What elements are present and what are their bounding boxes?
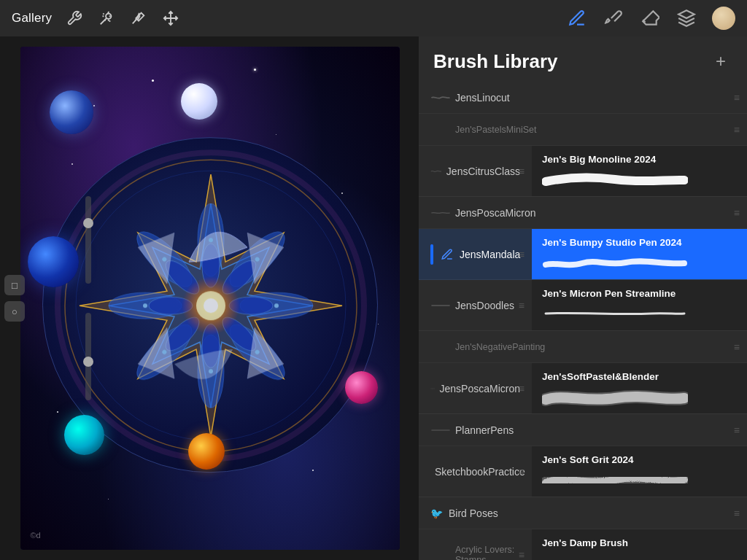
list-item: SketchbookPractice ≡ Jen's Soft Grit 202…: [419, 446, 747, 497]
drag-handle-icon: ≡: [734, 424, 740, 436]
brush-name-label: Jen'sSoftPastel&Blender: [542, 371, 737, 382]
drag-handle-icon: ≡: [734, 92, 740, 104]
drag-handle-icon: ≡: [734, 207, 740, 219]
drag-handle-icon: ≡: [519, 466, 525, 478]
brush-size-thumb: [83, 218, 93, 228]
drag-handle-icon: ≡: [519, 249, 525, 260]
toolbar-left: Gallery: [12, 9, 180, 28]
list-item: JensCitrusClass ≡ Jen's Big Monoline 202…: [419, 146, 747, 197]
drag-handle-icon: ≡: [734, 508, 740, 519]
smudge-icon[interactable]: [129, 9, 148, 28]
brush-list: JensLinocut ≡ Jen'sPastelsMiniSet ≡ Jens…: [419, 82, 747, 560]
drag-handle-icon: ≡: [519, 383, 525, 394]
list-item[interactable]: 🐦 Bird Poses ≡: [419, 497, 747, 529]
eraser-tool-icon[interactable]: [639, 7, 661, 29]
svg-marker-1: [678, 10, 694, 18]
category-label: SketchbookPractice: [435, 466, 525, 478]
brush-tool-icon[interactable]: [603, 7, 624, 29]
brush-name-label: Jen's Bumpy Studio Pen 2024: [542, 237, 737, 248]
list-item[interactable]: PlannerPens ≡: [419, 414, 747, 446]
brush-stroke-preview: [542, 554, 737, 560]
brush-opacity-slider[interactable]: [85, 313, 91, 400]
category-label: Acrylic Lovers: Stamps: [455, 545, 520, 561]
category-label: JensLinocut: [455, 92, 735, 104]
square-tool[interactable]: □: [4, 275, 25, 295]
toolbar-right: [566, 7, 735, 30]
brush-name-label: Jen's Micron Pen Streamline: [542, 288, 737, 299]
orb-cyan-bottom: [64, 415, 104, 455]
pencil-tool-icon[interactable]: [566, 7, 588, 29]
category-row[interactable]: JensPoscaMicron ≡: [419, 363, 532, 413]
orb-blue-top: [50, 90, 93, 134]
svg-point-20: [209, 238, 213, 242]
bird-icon: 🐦: [430, 508, 443, 519]
category-label: JensPoscaMicron: [440, 383, 521, 394]
list-item[interactable]: Jen'sPastelsMiniSet ≡: [419, 114, 747, 146]
category-label: JensDoodles: [455, 300, 520, 311]
category-label: JensMandala: [460, 249, 520, 260]
transform-icon[interactable]: [161, 9, 180, 28]
brush-name-label: Jen's Damp Brush: [542, 537, 737, 548]
brush-preview[interactable]: Jen's Bumpy Studio Pen 2024: [532, 229, 747, 279]
drag-handle-icon: ≡: [734, 124, 740, 136]
add-brush-button[interactable]: +: [709, 50, 732, 73]
canvas-area: ©d □ ○: [0, 36, 419, 560]
category-label: JensCitrusClass: [446, 166, 520, 177]
brush-panel-header: Brush Library +: [419, 36, 747, 82]
drag-handle-icon: ≡: [519, 166, 525, 177]
gallery-button[interactable]: Gallery: [12, 11, 52, 26]
orb-blue-left: [28, 236, 79, 287]
brush-name-label: Jen's Big Monoline 2024: [542, 154, 737, 165]
side-tools: □ ○: [4, 275, 25, 322]
canvas-artwork: ©d: [20, 47, 400, 550]
category-label: JensPoscaMicron: [455, 207, 735, 219]
brush-preview[interactable]: Jen's Big Monoline 2024: [532, 146, 747, 196]
drag-handle-icon: ≡: [734, 341, 740, 353]
category-label: Jen'sPastelsMiniSet: [455, 125, 735, 135]
drag-handle-icon: ≡: [519, 549, 525, 561]
list-item: JensPoscaMicron ≡ Jen'sSoftPastel&Blende…: [419, 363, 747, 414]
category-label: PlannerPens: [455, 424, 735, 436]
brush-stroke-preview: [542, 388, 737, 405]
orb-pink-right: [345, 371, 378, 404]
brush-preview[interactable]: Jen's Damp Brush: [532, 529, 747, 560]
brush-preview[interactable]: Jen's Micron Pen Streamline: [532, 280, 747, 330]
list-item: JensDoodles ≡ Jen's Micron Pen Streamlin…: [419, 280, 747, 331]
brush-stroke-preview: [542, 254, 737, 271]
layers-icon[interactable]: [676, 7, 697, 29]
brush-preview[interactable]: Jen's Soft Grit 2024: [532, 446, 747, 497]
category-row[interactable]: JensDoodles ≡: [419, 280, 532, 330]
brush-sliders: [85, 196, 91, 400]
svg-point-30: [204, 298, 218, 313]
active-indicator: [430, 244, 433, 265]
category-row[interactable]: JensCitrusClass ≡: [419, 146, 532, 196]
svg-point-26: [143, 303, 147, 308]
list-item: JensMandala ≡ Jen's Bumpy Studio Pen 202…: [419, 229, 747, 280]
brush-opacity-thumb: [83, 357, 93, 367]
user-avatar[interactable]: [712, 7, 735, 30]
category-row[interactable]: JensMandala ≡: [419, 229, 532, 279]
brush-name-label: Jen's Soft Grit 2024: [542, 454, 737, 465]
category-label: Jen'sNegativePainting: [455, 342, 735, 352]
brush-stroke-preview: [542, 471, 737, 489]
wrench-icon[interactable]: [65, 9, 84, 28]
drag-handle-icon: ≡: [519, 300, 525, 311]
category-row[interactable]: Acrylic Lovers: Stamps ≡: [419, 529, 532, 560]
list-item[interactable]: Jen'sNegativePainting ≡: [419, 331, 747, 363]
brush-preview[interactable]: Jen'sSoftPastel&Blender: [532, 363, 747, 413]
list-item[interactable]: JensLinocut ≡: [419, 82, 747, 114]
orb-white-top: [181, 83, 217, 120]
magic-icon[interactable]: [97, 9, 116, 28]
brush-library-panel: Brush Library + JensLinocut ≡ Jen'sPaste…: [419, 36, 747, 560]
brush-size-slider[interactable]: [85, 196, 91, 284]
circle-tool[interactable]: ○: [4, 301, 25, 322]
svg-point-24: [209, 369, 213, 373]
category-row[interactable]: SketchbookPractice ≡: [419, 446, 532, 497]
list-item: Acrylic Lovers: Stamps ≡ Jen's Damp Brus…: [419, 529, 747, 560]
watermark: ©d: [31, 531, 41, 540]
list-item[interactable]: JensPoscaMicron ≡: [419, 197, 747, 229]
orb-orange: [188, 433, 225, 470]
category-label: Bird Poses: [449, 508, 735, 519]
top-toolbar: Gallery: [0, 0, 747, 36]
brush-panel-title: Brush Library: [433, 50, 558, 73]
